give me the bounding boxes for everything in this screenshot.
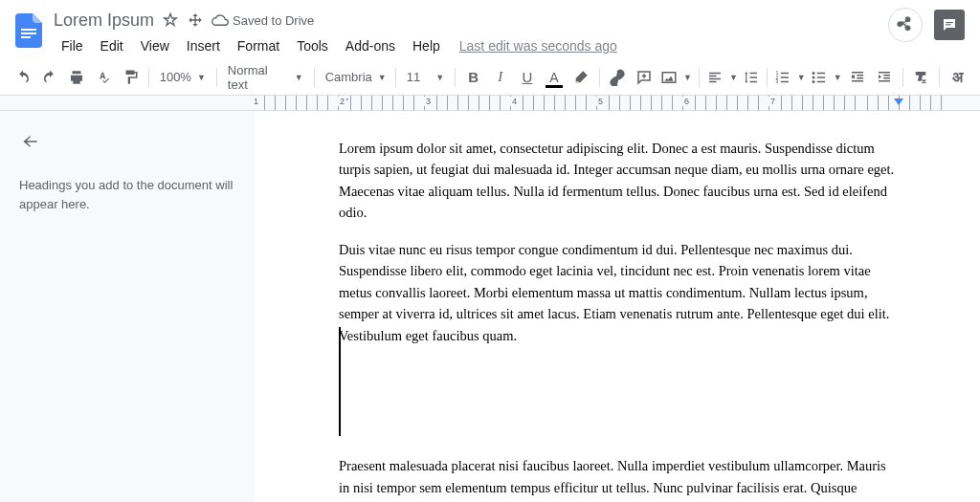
outline-back-button[interactable] [19,130,42,153]
menu-addons[interactable]: Add-ons [338,34,403,57]
spellcheck-button[interactable] [90,64,116,91]
saved-status: Saved to Drive [212,11,314,29]
document-title[interactable]: Lorem Ipsum [54,11,154,31]
comment-add-button[interactable] [632,64,657,91]
comments-button[interactable] [934,10,965,40]
svg-point-13 [812,76,814,78]
ruler-tick-3: 3 [424,97,433,106]
header-right [888,8,969,42]
paint-format-button[interactable] [118,64,144,91]
svg-rect-7 [946,24,950,25]
redo-button[interactable] [36,64,62,91]
ruler-tick-7: 7 [768,97,777,106]
outline-panel: Headings you add to the document will ap… [0,111,255,502]
print-button[interactable] [63,64,89,91]
svg-rect-1 [21,33,36,34]
svg-rect-2 [21,36,31,38]
ruler[interactable]: 1 2 3 4 5 6 7 [0,96,980,111]
docs-logo[interactable] [11,8,46,54]
fontsize-value: 11 [407,70,420,84]
paragraph-2[interactable]: Duis vitae nunc eu risus tempor congue c… [339,239,896,346]
svg-rect-6 [946,22,953,23]
ruler-tick-1: 1 [252,97,260,106]
svg-point-14 [812,80,814,83]
header-bar: Lorem Ipsum Saved to Drive File Edit Vie… [0,0,980,59]
paragraph-1[interactable]: Lorem ipsum dolor sit amet, consectetur … [339,138,896,224]
align-dropdown[interactable]: ▼ [704,64,740,91]
menu-tools[interactable]: Tools [289,34,336,57]
text-color-button[interactable]: A [541,64,567,91]
menu-help[interactable]: Help [405,34,448,57]
svg-point-5 [906,26,910,30]
font-value: Cambria [325,70,372,84]
undo-button[interactable] [10,64,35,91]
cloud-icon [212,11,229,29]
indent-marker-right[interactable] [894,98,903,105]
bullet-list-dropdown[interactable]: ▼ [809,64,844,91]
ruler-tick-4: 4 [510,97,519,106]
ruler-tick-2: 2 [338,97,346,106]
empty-paragraph-block[interactable] [339,361,896,455]
style-value: Normal text [228,63,289,92]
menu-format[interactable]: Format [230,34,287,57]
star-icon[interactable] [162,11,179,29]
link-button[interactable] [605,64,631,91]
zoom-value: 100% [160,70,191,84]
italic-button[interactable]: I [487,64,513,91]
menu-file[interactable]: File [54,34,91,57]
toolbar: 100%▼ Normal text▼ Cambria▼ 11▼ B I U A … [0,59,980,96]
title-area: Lorem Ipsum Saved to Drive File Edit Vie… [54,8,888,59]
svg-rect-0 [21,29,36,31]
content-area: Headings you add to the document will ap… [0,111,980,502]
linespacing-dropdown[interactable] [741,64,762,91]
saved-status-text: Saved to Drive [233,13,314,28]
underline-button[interactable]: U [514,64,540,91]
fontsize-dropdown[interactable]: 11▼ [401,64,450,91]
menu-bar: File Edit View Insert Format Tools Add-o… [54,33,888,59]
document-body[interactable]: Lorem ipsum dolor sit amet, consectetur … [339,138,896,502]
menu-insert[interactable]: Insert [179,34,228,57]
numbered-list-dropdown[interactable]: 123▼ [772,64,808,91]
outdent-button[interactable] [845,64,871,91]
ruler-tick-6: 6 [682,97,691,106]
text-cursor [339,327,341,436]
style-dropdown[interactable]: Normal text▼ [222,64,309,91]
paragraph-3[interactable]: Praesent malesuada placerat nisi faucibu… [339,455,896,502]
svg-point-4 [906,18,910,22]
menu-edit[interactable]: Edit [93,34,131,57]
share-button[interactable] [888,8,923,42]
clear-format-button[interactable] [908,64,934,91]
page-area[interactable]: Lorem ipsum dolor sit amet, consectetur … [255,111,980,502]
last-edit-link[interactable]: Last edit was seconds ago [459,38,617,54]
zoom-dropdown[interactable]: 100%▼ [154,64,212,91]
bold-button[interactable]: B [460,64,486,91]
highlight-button[interactable] [568,64,594,91]
font-dropdown[interactable]: Cambria▼ [320,64,390,91]
svg-point-12 [812,72,814,75]
image-dropdown[interactable]: ▼ [658,64,694,91]
indent-button[interactable] [872,64,898,91]
move-icon[interactable] [187,11,204,29]
svg-text:3: 3 [775,78,778,84]
ruler-tick-5: 5 [596,97,605,106]
menu-view[interactable]: View [133,34,177,57]
svg-point-3 [901,21,904,25]
input-tools-button[interactable]: अ [945,64,970,91]
document-page[interactable]: Lorem ipsum dolor sit amet, consectetur … [255,111,980,502]
outline-hint-text: Headings you add to the document will ap… [19,176,235,213]
